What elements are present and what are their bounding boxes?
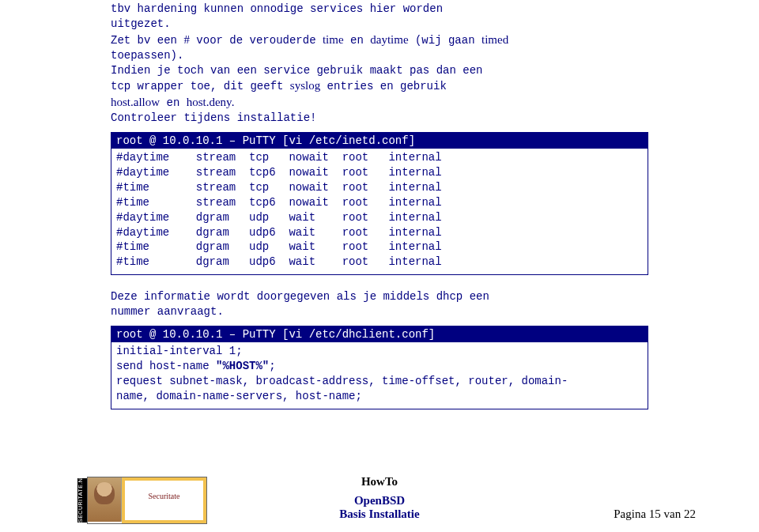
box2-l1: initial-interval 1; xyxy=(116,345,243,357)
intro-syslog: syslog xyxy=(290,79,320,92)
intro-en2: en xyxy=(160,96,187,109)
terminal-box-dhclient: root @ 10.0.10.1 – PuTTY [vi /etc/dhclie… xyxy=(111,326,648,409)
mid-l2: nummer aanvraagt. xyxy=(111,305,224,318)
page-body: tbv hardening kunnen onnodige services h… xyxy=(0,0,759,409)
intro-l3c: (wij gaan xyxy=(409,34,481,47)
intro-time: time xyxy=(323,33,344,46)
footer-openbsd: OpenBSD xyxy=(0,494,759,507)
box2-l2c: ; xyxy=(269,360,275,372)
spacer xyxy=(111,278,648,289)
intro-l4: toepassen). xyxy=(111,49,183,62)
footer-howto: HowTo xyxy=(0,475,759,489)
intro-l2: uitgezet. xyxy=(111,17,171,30)
intro-l6b: entries en gebruik xyxy=(320,80,447,92)
intro-hostdeny: host.deny. xyxy=(187,96,235,108)
box2-l3: request subnet-mask, broadcast-address, … xyxy=(116,375,568,387)
intro-timed: timed xyxy=(481,33,508,46)
intro-l3a: Zet bv een xyxy=(111,34,183,47)
intro-paragraph: tbv hardening kunnen onnodige services h… xyxy=(111,2,648,126)
intro-daytime: daytime xyxy=(370,33,408,46)
terminal-header-inetd: root @ 10.0.10.1 – PuTTY [vi /etc/inetd.… xyxy=(111,133,648,149)
terminal-header-dhclient: root @ 10.0.10.1 – PuTTY [vi /etc/dhclie… xyxy=(111,326,648,342)
intro-l3b: voor de verouderde xyxy=(190,34,323,47)
page-footer: SECURITATE.NI HowTo OpenBSD Basis Instal… xyxy=(0,469,759,524)
terminal-body-dhclient: initial-interval 1; send host-name "%HOS… xyxy=(111,342,648,409)
intro-l5: Indien je toch van een service gebruik m… xyxy=(111,64,482,77)
intro-l8: Controleer tijdens installatie! xyxy=(111,111,316,124)
box2-l4: name, domain-name-servers, host-name; xyxy=(116,390,362,402)
mid-l1: Deze informatie wordt doorgegeven als je… xyxy=(111,290,489,303)
footer-page-number: Pagina 15 van 22 xyxy=(614,507,696,521)
mid-paragraph: Deze informatie wordt doorgegeven als je… xyxy=(111,289,648,319)
intro-l1: tbv hardening kunnen onnodige services h… xyxy=(111,2,443,15)
box2-l2b: "%HOST%" xyxy=(216,360,269,372)
intro-l6a: tcp wrapper toe, dit geeft xyxy=(111,80,290,92)
box2-l2a: send host-name xyxy=(116,360,216,372)
terminal-body-inetd: #daytime stream tcp nowait root internal… xyxy=(111,149,648,274)
intro-hostallow: host.allow xyxy=(111,96,160,108)
terminal-box-inetd: root @ 10.0.10.1 – PuTTY [vi /etc/inetd.… xyxy=(111,132,648,275)
intro-hash: # xyxy=(183,33,190,46)
intro-en1: en xyxy=(344,34,371,47)
